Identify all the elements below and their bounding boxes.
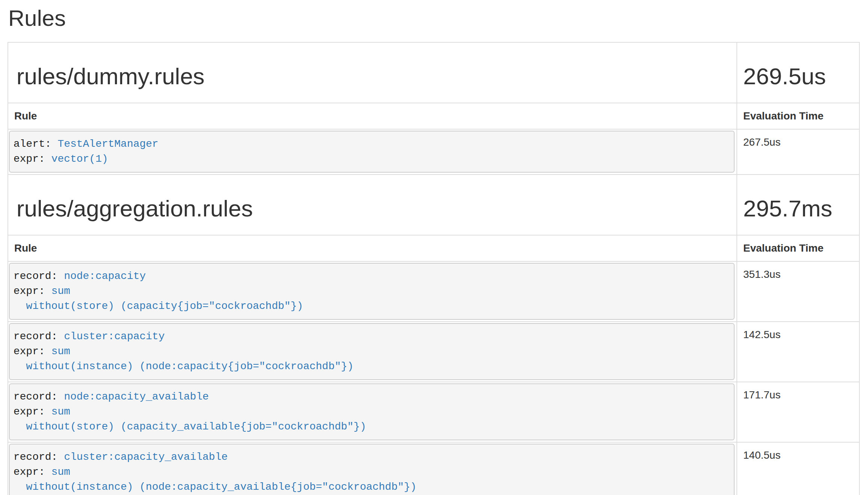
rule-group-total-eval-time: 269.5us <box>743 64 853 89</box>
record-key-label: record: <box>13 451 58 463</box>
rule-eval-time: 267.5us <box>737 129 859 174</box>
expr-continuation-link[interactable]: without(store) (capacity{job="cockroachd… <box>13 300 303 312</box>
expr-link[interactable]: sum <box>51 346 70 357</box>
rule-row: record:node:capacity_available expr:sum … <box>8 382 859 442</box>
rule-definition: record:cluster:capacity expr:sum without… <box>9 323 735 380</box>
rule-eval-time: 171.7us <box>737 382 859 442</box>
record-name-link[interactable]: node:capacity_available <box>64 391 209 403</box>
eval-time-column-header: Evaluation Time <box>737 103 859 129</box>
rules-page: Rules rules/dummy.rules 269.5us Rule Eva… <box>0 0 868 495</box>
rule-definition: alert:TestAlertManager expr:vector(1) <box>9 131 735 173</box>
expr-link[interactable]: vector(1) <box>51 153 108 165</box>
rule-row: record:cluster:capacity_available expr:s… <box>8 442 859 495</box>
rule-eval-time: 351.3us <box>737 261 859 322</box>
column-header-row: Rule Evaluation Time <box>8 103 859 129</box>
rule-group-header-row: rules/aggregation.rules 295.7ms <box>8 174 859 235</box>
expr-link[interactable]: sum <box>51 406 70 417</box>
expr-link[interactable]: sum <box>51 466 70 478</box>
record-key-label: record: <box>13 391 58 403</box>
rule-definition: record:node:capacity expr:sum without(st… <box>9 263 735 320</box>
rule-group-header-row: rules/dummy.rules 269.5us <box>8 42 859 103</box>
rule-row: record:cluster:capacity expr:sum without… <box>8 322 859 382</box>
alert-key-label: alert: <box>13 138 51 150</box>
expr-link[interactable]: sum <box>51 285 70 297</box>
record-name-link[interactable]: cluster:capacity_available <box>64 451 228 463</box>
column-header-row: Rule Evaluation Time <box>8 235 859 261</box>
rules-table: rules/dummy.rules 269.5us Rule Evaluatio… <box>7 42 860 495</box>
rule-row: record:node:capacity expr:sum without(st… <box>8 261 859 322</box>
expr-key-label: expr: <box>13 285 45 297</box>
rule-definition: record:node:capacity_available expr:sum … <box>9 383 735 440</box>
expr-key-label: expr: <box>13 466 45 478</box>
expr-key-label: expr: <box>13 153 45 165</box>
expr-continuation-link[interactable]: without(instance) (node:capacity_availab… <box>13 481 416 493</box>
record-name-link[interactable]: node:capacity <box>64 270 146 282</box>
eval-time-column-header: Evaluation Time <box>737 235 859 261</box>
alert-name-link[interactable]: TestAlertManager <box>58 138 159 150</box>
record-key-label: record: <box>13 270 58 282</box>
rule-eval-time: 140.5us <box>737 442 859 495</box>
rule-column-header: Rule <box>8 235 737 261</box>
expr-continuation-link[interactable]: without(instance) (node:capacity{job="co… <box>13 361 353 372</box>
rule-row: alert:TestAlertManager expr:vector(1) 26… <box>8 129 859 174</box>
rule-column-header: Rule <box>8 103 737 129</box>
rule-eval-time: 142.5us <box>737 322 859 382</box>
expr-continuation-link[interactable]: without(store) (capacity_available{job="… <box>13 421 366 432</box>
record-key-label: record: <box>13 331 58 342</box>
expr-key-label: expr: <box>13 346 45 357</box>
record-name-link[interactable]: cluster:capacity <box>64 331 165 342</box>
rule-group-total-eval-time: 295.7ms <box>743 196 853 221</box>
rule-group-file: rules/dummy.rules <box>16 64 730 89</box>
page-title: Rules <box>8 6 859 31</box>
expr-key-label: expr: <box>13 406 45 417</box>
rule-definition: record:cluster:capacity_available expr:s… <box>9 444 735 495</box>
rule-group-file: rules/aggregation.rules <box>16 196 730 221</box>
